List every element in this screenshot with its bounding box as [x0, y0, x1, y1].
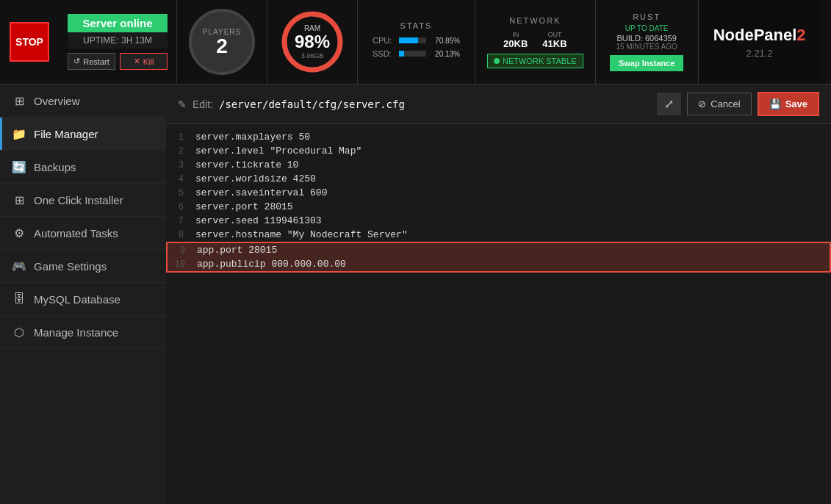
sidebar-item-backups[interactable]: 🔄Backups [0, 151, 166, 184]
sidebar-label-one-click: One Click Installer [34, 194, 123, 206]
sidebar-item-overview[interactable]: ⊞Overview [0, 84, 166, 118]
players-area: PLAYERS 2 [176, 0, 267, 84]
net-in-label: IN [512, 31, 519, 38]
stop-btn-area: SToP [0, 0, 59, 84]
line-content-10: app.publicip 000.000.00.00 [197, 259, 346, 270]
ssd-bar-bg [399, 51, 426, 57]
save-icon: 💾 [769, 98, 781, 109]
sidebar: ⊞Overview📁File Manager🔄Backups⊞One Click… [0, 84, 166, 504]
kill-button[interactable]: ✕ Kill [120, 53, 168, 70]
save-label: Save [785, 98, 807, 109]
network-stable-badge: NETWORK STABLE [487, 54, 583, 68]
sidebar-item-manage-instance[interactable]: ⬡Manage Instance [0, 316, 166, 349]
code-editor[interactable]: 1server.maxplayers 502server.level "Proc… [166, 124, 831, 278]
uptime-label: UPTIME: 3H 13M [68, 32, 168, 48]
code-line-8: 8server.hostname "My Nodecraft Server" [166, 228, 831, 242]
network-in-out: IN 20KB OUT 41KB [503, 31, 567, 49]
cpu-label: CPU: [373, 36, 395, 45]
line-content-1: server.maxplayers 50 [195, 132, 310, 143]
sidebar-label-mysql: MySQL Database [34, 293, 120, 306]
code-line-6: 6server.port 28015 [166, 200, 831, 214]
network-stable-label: NETWORK STABLE [503, 57, 577, 65]
rust-title: Rust [633, 12, 661, 21]
code-line-10: 10app.publicip 000.000.00.00 [168, 257, 830, 271]
rust-ago: 15 MINUTES AGO [616, 43, 677, 51]
code-line-4: 4server.worldsize 4250 [166, 172, 831, 186]
editor-area: ✎ Edit: /server/default/cfg/server.cfg ⤢… [166, 84, 831, 504]
sidebar-item-mysql[interactable]: 🗄MySQL Database [0, 283, 166, 316]
sidebar-icon-file-manager: 📁 [12, 126, 26, 141]
line-content-4: server.worldsize 4250 [195, 173, 316, 184]
sidebar-item-game-settings[interactable]: 🎮Game Settings [0, 250, 166, 283]
stats-title: STATS [373, 21, 460, 30]
line-content-8: server.hostname "My Nodecraft Server" [195, 229, 408, 240]
sidebar-item-automated-tasks[interactable]: ⚙Automated Tasks [0, 217, 166, 250]
edit-label: Edit: [193, 98, 213, 110]
nodepanel-num: 2 [796, 26, 805, 44]
network-area: NETWORK IN 20KB OUT 41KB NETWORK STABLE [475, 0, 595, 84]
line-content-7: server.seed 1199461303 [195, 215, 322, 226]
sidebar-label-backups: Backups [34, 161, 76, 173]
editor-path: ✎ Edit: /server/default/cfg/server.cfg [178, 98, 405, 110]
line-number-8: 8 [166, 230, 195, 240]
sidebar-icon-mysql: 🗄 [12, 292, 26, 306]
cpu-pct: 70.85% [431, 37, 460, 45]
sidebar-icon-one-click: ⊞ [12, 192, 26, 207]
kill-label: Kill [143, 57, 154, 66]
editor-header: ✎ Edit: /server/default/cfg/server.cfg ⤢… [166, 84, 831, 124]
line-content-2: server.level "Procedural Map" [195, 145, 361, 156]
main-content: ⊞Overview📁File Manager🔄Backups⊞One Click… [0, 84, 831, 504]
cancel-button[interactable]: ⊘ Cancel [687, 93, 751, 115]
sidebar-item-one-click[interactable]: ⊞One Click Installer [0, 184, 166, 217]
file-path: /server/default/cfg/server.cfg [219, 98, 405, 110]
line-number-5: 5 [166, 188, 195, 198]
rust-area: Rust UP TO DATE BUILD: 6064359 15 MINUTE… [595, 0, 698, 84]
network-in: IN 20KB [503, 31, 528, 49]
stats-area: STATS CPU: 70.85% SSD: 20.13% [357, 0, 475, 84]
sidebar-label-overview: Overview [34, 95, 80, 107]
net-out-label: OUT [547, 31, 561, 38]
ram-sub: 3.06GB [301, 52, 324, 60]
code-line-5: 5server.saveinterval 600 [166, 186, 831, 200]
sidebar-icon-game-settings: 🎮 [12, 259, 26, 273]
line-number-7: 7 [166, 216, 195, 226]
ssd-pct: 20.13% [431, 50, 460, 58]
code-line-7: 7server.seed 1199461303 [166, 214, 831, 228]
top-bar: SToP Server online UPTIME: 3H 13M ↺ Rest… [0, 0, 831, 84]
restart-icon: ↺ [73, 57, 80, 66]
line-number-2: 2 [166, 146, 195, 156]
highlighted-block: 9app.port 2801510app.publicip 000.000.00… [166, 242, 831, 273]
line-number-4: 4 [166, 174, 195, 184]
net-in-val: 20KB [503, 38, 528, 49]
network-title: NETWORK [509, 16, 561, 25]
line-number-9: 9 [168, 245, 197, 256]
save-button[interactable]: 💾 Save [758, 92, 819, 116]
line-content-9: app.port 28015 [197, 245, 277, 256]
players-gauge: PLAYERS 2 [189, 9, 255, 75]
editor-content[interactable]: 1server.maxplayers 502server.level "Proc… [166, 124, 831, 504]
rust-build: BUILD: 6064359 [616, 34, 676, 43]
sidebar-label-file-manager: File Manager [34, 128, 98, 140]
stop-button[interactable]: SToP [10, 22, 49, 62]
edit-icon: ✎ [178, 98, 187, 110]
nodepanel-logo: NodePanel2 [713, 26, 806, 45]
fullscreen-button[interactable]: ⤢ [657, 93, 681, 115]
line-number-6: 6 [166, 202, 195, 212]
server-online-badge: Server online [68, 14, 168, 32]
ram-value: 98% [295, 32, 330, 51]
sidebar-icon-overview: ⊞ [12, 93, 26, 108]
ssd-stat-row: SSD: 20.13% [373, 49, 460, 58]
swap-instance-button[interactable]: Swap Instance [610, 55, 683, 71]
restart-button[interactable]: ↺ Restart [68, 53, 115, 70]
line-number-10: 10 [168, 259, 197, 270]
cpu-bar-fill [399, 37, 418, 43]
nodepanel-version: 2.21.2 [747, 48, 773, 59]
nodepanel-area: NodePanel2 2.21.2 [698, 0, 821, 84]
code-line-2: 2server.level "Procedural Map" [166, 144, 831, 158]
ram-gauge: RAM 98% 3.06GB [279, 9, 345, 75]
cancel-label: Cancel [711, 98, 740, 109]
cancel-icon: ⊘ [698, 98, 706, 109]
sidebar-item-file-manager[interactable]: 📁File Manager [0, 118, 166, 151]
code-line-3: 3server.tickrate 10 [166, 158, 831, 172]
ram-area: RAM 98% 3.06GB [267, 0, 357, 84]
